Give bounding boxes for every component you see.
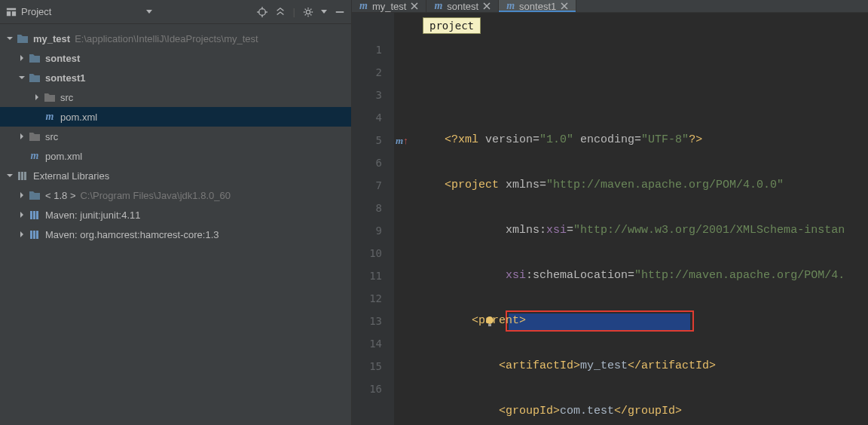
tree-item-label: Maven: org.hamcrest:hamcrest-core:1.3 [45,229,219,240]
tree-item-label: sontest [45,53,80,64]
folder-icon [29,131,41,142]
tree-item-label: sontest1 [45,72,85,84]
tree-item-label: src [45,131,58,142]
line-number: 14 [352,332,382,355]
folder-icon [44,92,56,102]
gear-icon[interactable] [303,7,313,17]
line-number: 6 [352,151,382,174]
project-panel-title: Project [21,6,51,17]
maven-file-icon: m [44,111,56,123]
editor-tab-label: sontest [447,1,478,12]
line-number: 7 [352,174,382,197]
project-panel: Project | my_test E:\application\Intelli… [0,0,352,425]
chevron-down-icon[interactable] [146,10,152,14]
line-number: 2 [352,61,382,84]
line-number: 4 [352,106,382,129]
project-view-icon [6,7,17,17]
svg-rect-18 [36,231,38,239]
library-icon [29,229,41,240]
tree-item[interactable]: Maven: org.hamcrest:hamcrest-core:1.3 [0,225,351,244]
chevron-down-icon [6,35,14,42]
editor-tab-label: my_test [372,1,407,12]
svg-point-3 [258,8,265,15]
line-number: 3 [352,84,382,106]
tree-item-label: Maven: junit:junit:4.11 [45,209,140,221]
svg-rect-9 [336,11,344,13]
tree-root[interactable]: my_test E:\application\IntelliJ\IdeaProj… [0,29,351,48]
tree-external-libs[interactable]: External Libraries [0,166,351,185]
svg-rect-0 [7,8,16,10]
line-number: 10 [352,242,382,264]
library-icon [17,170,29,181]
svg-rect-13 [30,211,32,219]
chevron-right-icon [18,191,26,199]
tree-item[interactable]: src [0,87,351,107]
editor-tab-active[interactable]: m sontest1 [499,0,576,12]
tree-item[interactable]: m pom.xml [0,146,351,166]
editor-body[interactable]: 1 2 3 4 5 6 7 8 9 10 11 12 13 14 15 16 m… [352,13,868,425]
close-icon[interactable] [561,2,568,10]
chevron-down-icon [6,172,14,179]
chevron-right-icon [18,231,26,238]
module-icon [29,53,41,63]
maven-file-icon: m [434,0,442,12]
library-icon [29,209,41,220]
tree-item[interactable]: src [0,127,351,146]
svg-rect-16 [30,231,32,239]
editor-tab[interactable]: m sontest [426,0,499,12]
tree-item-label: pom.xml [60,112,97,123]
project-tree[interactable]: my_test E:\application\IntelliJ\IdeaProj… [0,24,351,425]
tree-item-label: src [60,92,73,103]
line-number: 12 [352,287,382,310]
svg-rect-12 [24,172,26,180]
line-number: 1 [352,38,382,61]
tree-item[interactable]: Maven: junit:junit:4.11 [0,205,351,225]
svg-rect-11 [21,172,23,180]
chevron-right-icon [18,211,26,219]
tree-item-label: my_test [33,33,70,44]
hide-icon[interactable] [335,7,345,17]
line-number: 9 [352,219,382,242]
tree-item[interactable]: sontest [0,48,351,68]
tree-item[interactable]: < 1.8 > C:\Program Files\Java\jdk1.8.0_6… [0,185,351,205]
chevron-down-icon[interactable] [321,10,327,14]
code-editor[interactable]: <?xml version="1.0" encoding="UTF-8"?> <… [394,13,868,425]
module-icon [29,72,41,83]
maven-file-icon: m [359,0,368,12]
editor-panel: m my_test m sontest m sontest1 1 2 3 4 5 [352,0,868,425]
editor-tab-bar: m my_test m sontest m sontest1 [352,0,868,13]
line-number: 13 [352,310,382,332]
module-icon [17,33,29,44]
svg-rect-2 [12,11,16,16]
line-gutter: 1 2 3 4 5 6 7 8 9 10 11 12 13 14 15 16 [352,13,394,425]
tree-item[interactable]: sontest1 [0,68,351,87]
svg-rect-1 [7,11,11,16]
close-icon[interactable] [411,2,418,10]
tree-item-path: C:\Program Files\Java\jdk1.8.0_60 [80,190,230,201]
line-number: 15 [352,355,382,378]
chevron-right-icon [18,54,26,62]
tree-item-label: < 1.8 > [45,190,75,201]
collapse-all-icon[interactable] [275,7,286,17]
editor-tab-label: sontest1 [519,1,556,12]
svg-rect-14 [33,211,35,219]
tree-item-label: External Libraries [33,170,109,182]
line-number: 5 [352,129,382,151]
tree-item-label: pom.xml [45,151,82,162]
tree-item-path: E:\application\IntelliJ\IdeaProjects\my_… [75,33,258,44]
editor-tab[interactable]: m my_test [352,0,426,12]
line-number: 11 [352,264,382,287]
locate-icon[interactable] [257,7,267,17]
jdk-icon [29,190,41,200]
project-panel-header: Project | [0,0,351,24]
line-number: 16 [352,378,382,400]
close-icon[interactable] [483,2,491,10]
tree-item-selected[interactable]: m pom.xml [0,107,351,127]
chevron-down-icon [18,74,26,81]
svg-rect-17 [33,231,35,239]
svg-point-8 [306,10,310,14]
chevron-right-icon [33,93,41,101]
line-number: 8 [352,197,382,219]
maven-file-icon: m [506,0,515,12]
maven-file-icon: m [29,150,41,162]
